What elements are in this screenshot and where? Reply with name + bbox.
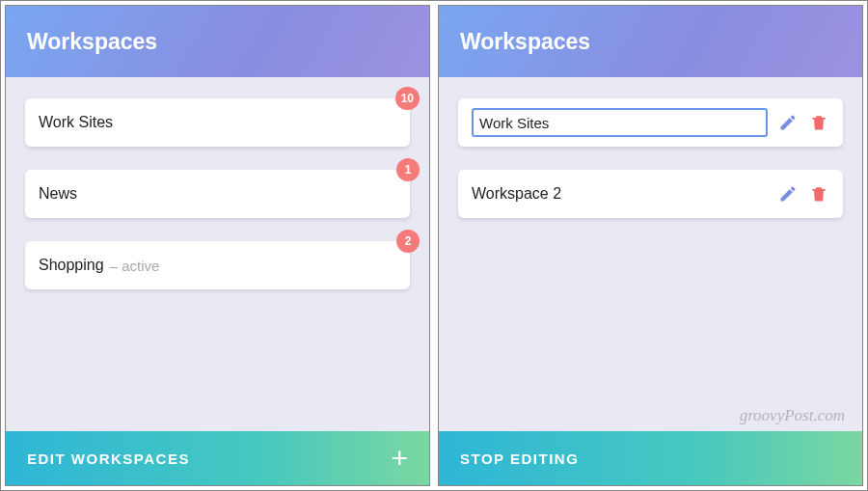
footer-bar[interactable]: EDIT WORKSPACES + [6, 431, 429, 485]
trash-icon[interactable] [808, 112, 829, 133]
stop-editing-button[interactable]: STOP EDITING [460, 450, 579, 467]
count-badge: 1 [396, 158, 420, 181]
workspace-label: Work Sites [39, 114, 113, 131]
header: Workspaces [6, 6, 429, 77]
edit-row [472, 108, 829, 137]
footer-bar[interactable]: STOP EDITING [439, 431, 862, 485]
pencil-icon[interactable] [777, 112, 799, 133]
header-title: Workspaces [27, 29, 157, 55]
count-badge: 10 [395, 87, 420, 110]
add-workspace-icon[interactable]: + [391, 444, 408, 473]
edit-workspaces-button[interactable]: EDIT WORKSPACES [27, 450, 190, 467]
workspace-list: Work Sites 10 News 1 Shopping – active 2 [6, 77, 429, 431]
pencil-icon[interactable] [777, 183, 799, 205]
panel-view-mode: Workspaces Work Sites 10 News 1 Shopping… [5, 5, 430, 486]
screenshot-container: Workspaces Work Sites 10 News 1 Shopping… [0, 0, 868, 491]
workspace-item: Workspace 2 [458, 170, 843, 218]
workspace-name-input[interactable] [472, 108, 768, 137]
workspace-item[interactable]: Shopping – active 2 [25, 241, 410, 289]
header: Workspaces [439, 6, 862, 77]
workspace-label: News [39, 185, 77, 203]
workspace-status: – active [110, 258, 160, 274]
panel-edit-mode: Workspaces Workspace 2 [438, 5, 863, 486]
header-title: Workspaces [460, 29, 590, 55]
count-badge: 2 [396, 230, 420, 253]
workspace-label: Shopping [39, 257, 104, 274]
edit-row: Workspace 2 [472, 183, 829, 205]
workspace-item[interactable]: Work Sites 10 [25, 98, 410, 147]
workspace-edit-list: Workspace 2 [439, 77, 862, 431]
workspace-label: Workspace 2 [472, 185, 768, 203]
workspace-item[interactable]: News 1 [25, 170, 410, 218]
trash-icon[interactable] [808, 183, 829, 205]
workspace-item-editing [458, 98, 843, 147]
